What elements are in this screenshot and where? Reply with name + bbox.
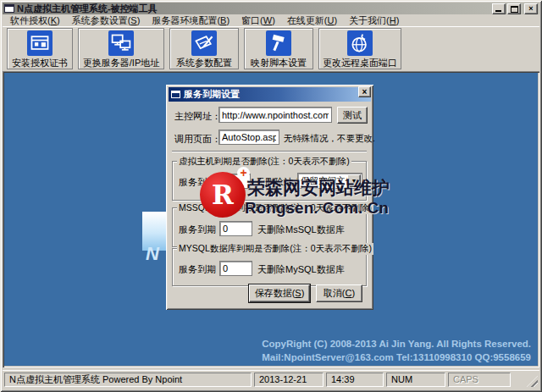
- menu-about-us[interactable]: 关于我们(H): [343, 14, 405, 27]
- call-page-input[interactable]: [218, 130, 279, 145]
- master-url-label: 主控网址：: [174, 110, 221, 123]
- statusbar-num-lock: NUM: [386, 373, 445, 387]
- toolbar-button-remote-desktop-port[interactable]: 更改远程桌面端口: [318, 28, 401, 69]
- dialog-window-icon: [171, 91, 180, 98]
- toolbar-button-system-config[interactable]: 系统参数配置: [169, 28, 239, 69]
- maximize-icon: [511, 6, 518, 13]
- delete-mysql-label: 天删除MySQL数据库: [257, 263, 345, 276]
- minimize-icon: [495, 10, 501, 12]
- chevron-down-icon[interactable]: ▼: [347, 174, 361, 187]
- statusbar: N点虚拟主机管理系统 Powered By Npoint 2013-12-21 …: [3, 370, 539, 389]
- copyright-text: CopyRight (C) 2008-2013 Ai Jin Yang. All…: [262, 337, 531, 364]
- toolbar-label: 更换服务器/IP地址: [83, 57, 159, 69]
- site-expiry-days-input[interactable]: [219, 174, 251, 189]
- statusbar-caps-lock: CAPS: [448, 373, 511, 387]
- minimize-button[interactable]: [492, 3, 506, 14]
- dialog-title: 服务到期设置: [184, 88, 240, 101]
- service-expiry-dialog: 服务到期设置 × 主控网址： 测试 调用页面： 无特殊情况，不要更改. 虚拟主机…: [166, 85, 373, 310]
- master-url-input[interactable]: [218, 107, 332, 123]
- menu-online-update[interactable]: 在线更新(U): [281, 14, 343, 27]
- group-virtual-host-expiry: 虚拟主机到期是否删除(注：0天表示不删除) 服务到期 天删除站点 保留空间文件 …: [172, 161, 367, 201]
- mssql-expiry-days-input[interactable]: [219, 221, 252, 236]
- keep-space-files-combobox[interactable]: 保留空间文件 ▼: [297, 173, 362, 189]
- resize-grip[interactable]: [527, 376, 538, 387]
- toolbar-label: 映射脚本设置: [251, 57, 307, 69]
- statusbar-date: 2013-12-21: [254, 373, 324, 387]
- app-window: N点虚拟主机管理系统-被控端工具 × 软件授权(K) 系统参数设置(S) 服务器…: [0, 0, 542, 392]
- call-page-note: 无特殊情况，不要更改.: [284, 133, 375, 145]
- save-data-button[interactable]: 保存数据(S): [249, 284, 310, 302]
- copyright-line1: CopyRight (C) 2008-2013 Ai Jin Yang. All…: [262, 337, 531, 351]
- group-mssql-expiry: MSSQL数据库到期是否删除(注：0天表示不删除) 服务到期 天删除MsSQL数…: [172, 207, 367, 247]
- pen-config-icon: [191, 30, 217, 56]
- menu-system-params[interactable]: 系统参数设置(S): [66, 14, 147, 27]
- globe-port-icon: [347, 30, 373, 56]
- delete-mssql-label: 天删除MsSQL数据库: [257, 224, 345, 236]
- titlebar[interactable]: N点虚拟主机管理系统-被控端工具 ×: [3, 3, 539, 14]
- toolbar-button-mapping-script[interactable]: 映射脚本设置: [244, 28, 313, 69]
- mysql-expiry-days-input[interactable]: [219, 261, 252, 276]
- group-legend: MSSQL数据库到期是否删除(注：0天表示不删除): [177, 202, 373, 214]
- menu-window[interactable]: 窗口(W): [235, 14, 281, 27]
- menubar: 软件授权(K) 系统参数设置(S) 服务器环境配置(B) 窗口(W) 在线更新(…: [3, 14, 539, 26]
- toolbar-label: 更改远程桌面端口: [323, 57, 397, 69]
- call-page-label: 调用页面：: [174, 133, 221, 146]
- close-button[interactable]: ×: [524, 3, 538, 14]
- service-expiry-label: 服务到期: [179, 263, 216, 276]
- combobox-value: 保留空间文件: [298, 175, 347, 187]
- toolbar-label: 系统参数配置: [176, 57, 232, 69]
- service-expiry-label: 服务到期: [179, 176, 216, 189]
- close-icon: ×: [362, 87, 368, 97]
- service-expiry-label: 服务到期: [179, 224, 216, 236]
- window-title: N点虚拟主机管理系统-被控端工具: [17, 3, 158, 15]
- statusbar-app-info: N点虚拟主机管理系统 Powered By Npoint: [4, 373, 252, 387]
- toolbar-button-change-server-ip[interactable]: 更换服务器/IP地址: [78, 28, 164, 69]
- dialog-titlebar[interactable]: 服务到期设置: [169, 87, 371, 102]
- cancel-button[interactable]: 取消(C): [316, 284, 362, 302]
- separator-line: [172, 151, 367, 152]
- close-icon: ×: [528, 4, 533, 13]
- app-window-icon: [4, 4, 14, 13]
- certificate-icon: [27, 30, 53, 56]
- toolbar-button-install-cert[interactable]: 安装授权证书: [7, 28, 73, 69]
- menu-software-license[interactable]: 软件授权(K): [4, 14, 66, 27]
- dialog-close-button[interactable]: ×: [358, 86, 371, 97]
- menu-server-env[interactable]: 服务器环境配置(B): [146, 14, 235, 27]
- hammer-icon: [266, 30, 291, 56]
- maximize-button[interactable]: [507, 3, 521, 14]
- toolbar-label: 安装授权证书: [12, 57, 68, 69]
- group-legend: MYSQL数据库到期是否删除(注：0天表示不删除): [177, 243, 373, 255]
- test-button[interactable]: 测试: [337, 107, 368, 124]
- statusbar-time: 14:39: [326, 373, 384, 387]
- window-controls: ×: [492, 3, 538, 14]
- copyright-line2: Mail:NpointServer@163.com Tel:1311099831…: [262, 351, 531, 364]
- toolbar: 安装授权证书 更换服务器/IP地址 系统参数配置 映射脚本设置 更改远程桌面端口: [3, 26, 539, 70]
- group-mysql-expiry: MYSQL数据库到期是否删除(注：0天表示不删除) 服务到期 天删除MySQL数…: [172, 248, 367, 286]
- servers-icon: [108, 30, 134, 56]
- delete-site-label: 天删除站点: [256, 176, 302, 189]
- group-legend: 虚拟主机到期是否删除(注：0天表示不删除): [177, 156, 351, 168]
- background-logo-letter: N: [146, 243, 159, 265]
